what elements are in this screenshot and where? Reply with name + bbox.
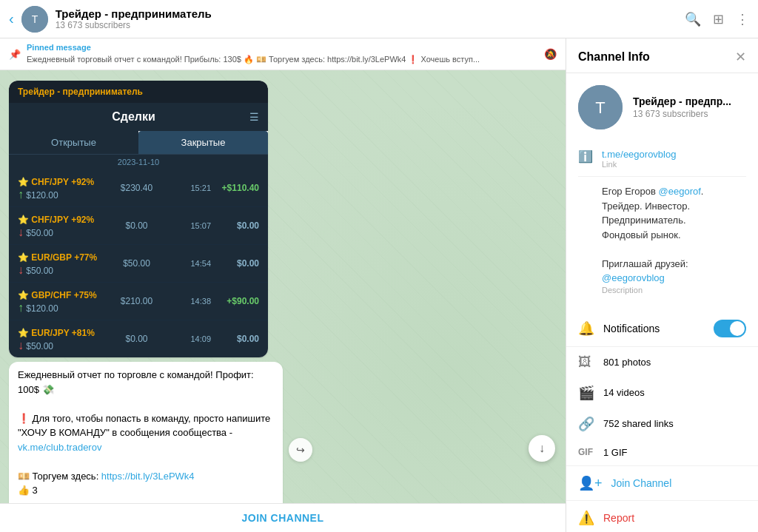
- middle-1: $230.40: [99, 183, 174, 193]
- more-icon[interactable]: ⋮: [736, 11, 749, 27]
- videos-icon: 🎬: [578, 385, 594, 401]
- close-sidebar-button[interactable]: ✕: [735, 49, 746, 65]
- search-icon[interactable]: 🔍: [685, 11, 701, 27]
- chat-background: Трейдер - предприниматель Сделки ☰ Откры…: [0, 70, 566, 503]
- links-label: 752 shared links: [603, 418, 746, 429]
- pin-icon: 📌: [9, 49, 21, 60]
- trade-link[interactable]: https://bit.ly/3LePWk4: [101, 471, 195, 482]
- channel-info-top: Т Трейдер - предпр... 13 673 subscribers: [566, 73, 758, 141]
- amount-1: $120.00: [24, 190, 58, 201]
- pair-name-2: ⭐ CHF/JPY +92%: [18, 215, 94, 225]
- tab-closed[interactable]: Закрытые: [138, 131, 268, 154]
- time-3: 14:54: [174, 259, 211, 268]
- middle-5: $0.00: [99, 334, 174, 344]
- channel-link[interactable]: t.me/eegorovblog: [602, 149, 746, 160]
- notifications-label: Notifications: [603, 323, 705, 334]
- middle-2: $0.00: [99, 220, 174, 231]
- header-info: Трейдер - предприниматель 13 673 subscri…: [56, 7, 685, 30]
- gif-label: 1 GIF: [603, 447, 746, 458]
- join-channel-action[interactable]: 👤+ Join Channel: [566, 465, 758, 500]
- report-icon: ⚠️: [578, 510, 594, 526]
- link-content: t.me/eegorovblog Link: [602, 149, 746, 169]
- arrow-4: ↑: [18, 301, 24, 314]
- card-header: Трейдер - предприниматель: [9, 81, 268, 103]
- trade-row-5: ⭐ EUR/JPY +81% ↓ $50.00 $0.00 14:09 $0.0…: [9, 320, 268, 357]
- report-label: Report: [603, 512, 634, 524]
- photos-row[interactable]: 🖼 801 photos: [566, 347, 758, 377]
- view-count: 👁 2070: [221, 501, 249, 504]
- amount-3: $50.00: [24, 266, 53, 276]
- time-1: 15:21: [174, 183, 211, 192]
- videos-label: 14 videos: [603, 387, 746, 398]
- time-4: 14:38: [174, 297, 211, 306]
- pair-name-1: ⭐ CHF/JPY +92%: [18, 177, 94, 187]
- svg-text:Т: Т: [595, 98, 605, 117]
- card-title-row: Сделки ☰: [9, 103, 268, 131]
- time-5: 14:09: [174, 334, 211, 343]
- channel-subscribers: 13 673 subscribers: [56, 20, 685, 30]
- pinned-mute-icon[interactable]: 🔕: [544, 48, 557, 60]
- forward-button[interactable]: ↪: [289, 438, 312, 462]
- middle-4: $210.00: [99, 296, 174, 306]
- videos-row[interactable]: 🎬 14 videos: [566, 377, 758, 408]
- chat-panel: 📌 Pinned message Ежедневный торговый отч…: [0, 38, 566, 532]
- info-section: ℹ️ t.me/eegorovblog Link Егор Егоров @ee…: [566, 141, 758, 311]
- card-menu-icon[interactable]: ☰: [249, 111, 259, 123]
- profit-1: +$110.40: [211, 183, 259, 193]
- svg-text:Т: Т: [31, 13, 38, 25]
- trading-card-bubble: Трейдер - предприниматель Сделки ☰ Откры…: [9, 81, 268, 357]
- card-tabs: Открытые Закрытые: [9, 131, 268, 155]
- pinned-content: Pinned message Ежедневный торговый отчет…: [27, 43, 480, 65]
- description-content: Егор Егоров @eegorof. Трейдер. Инвестор.…: [602, 184, 746, 294]
- profit-2: $0.00: [211, 220, 259, 231]
- top-header: ‹ Т Трейдер - предприниматель 13 673 sub…: [0, 0, 758, 38]
- invite-link[interactable]: @eegorovblog: [602, 272, 665, 283]
- links-row[interactable]: 🔗 752 shared links: [566, 408, 758, 440]
- pinned-bar[interactable]: 📌 Pinned message Ежедневный торговый отч…: [0, 38, 566, 70]
- amount-5: $50.00: [24, 341, 53, 351]
- message-time: 11:23: [253, 501, 274, 504]
- profit-4: +$90.00: [211, 296, 259, 306]
- channel-header-avatar: Т: [21, 6, 48, 33]
- card-date: 2023-11-10: [9, 155, 268, 169]
- arrow-1: ↑: [18, 188, 24, 201]
- profit-3: $0.00: [211, 258, 259, 269]
- pair-name-4: ⭐ GBP/CHF +75%: [18, 290, 97, 300]
- scroll-down-button[interactable]: ↓: [529, 435, 555, 462]
- channel-title: Трейдер - предприниматель: [56, 7, 685, 20]
- main-area: 📌 Pinned message Ежедневный торговый отч…: [0, 38, 758, 532]
- trading-message: Трейдер - предприниматель Сделки ☰ Откры…: [0, 70, 566, 503]
- join-channel-bar-button[interactable]: JOIN CHANNEL: [241, 512, 323, 524]
- sidebar-channel-name: Трейдер - предпр...: [633, 95, 731, 107]
- link-type: Link: [602, 160, 746, 169]
- user-link[interactable]: @eegorof: [659, 186, 701, 197]
- header-icons: 🔍 ⊞ ⋮: [685, 11, 749, 27]
- gif-row[interactable]: GIF 1 GIF: [566, 440, 758, 465]
- bell-icon: 🔔: [578, 320, 594, 337]
- description-text: Егор Егоров @eegorof. Трейдер. Инвестор.…: [602, 184, 746, 286]
- arrow-5: ↓: [18, 339, 24, 351]
- sidebar-channel-subs: 13 673 subscribers: [633, 109, 731, 119]
- amount-4: $120.00: [24, 303, 58, 314]
- time-2: 15:07: [174, 221, 211, 230]
- tab-open[interactable]: Открытые: [9, 131, 138, 154]
- arrow-3: ↓: [18, 263, 24, 276]
- description-row: Егор Егоров @eegorof. Трейдер. Инвестор.…: [578, 177, 746, 302]
- link-icon: ℹ️: [578, 149, 593, 164]
- trade-row-1: ⭐ CHF/JPY +92% ↑ $120.00 $230.40 15:21 +…: [9, 169, 268, 207]
- back-button[interactable]: ‹: [9, 10, 14, 27]
- pair-name-5: ⭐ EUR/JPY +81%: [18, 328, 95, 338]
- pinned-label: Pinned message: [27, 43, 480, 52]
- card-sender: Трейдер - предприниматель: [18, 87, 143, 97]
- photos-icon: 🖼: [578, 354, 594, 370]
- message-text-1: Ежедневный отчет по торговле с командой!…: [9, 362, 283, 503]
- report-action[interactable]: ⚠️ Report: [566, 500, 758, 533]
- profit-5: $0.00: [211, 334, 259, 344]
- vk-link[interactable]: vk.me/club.traderov: [18, 442, 101, 453]
- notifications-toggle[interactable]: [714, 320, 746, 337]
- layout-icon[interactable]: ⊞: [713, 11, 724, 27]
- photos-label: 801 photos: [603, 357, 746, 368]
- channel-meta: Трейдер - предпр... 13 673 subscribers: [633, 95, 731, 119]
- add-member-icon: 👤+: [578, 475, 603, 491]
- notifications-row: 🔔 Notifications: [566, 311, 758, 347]
